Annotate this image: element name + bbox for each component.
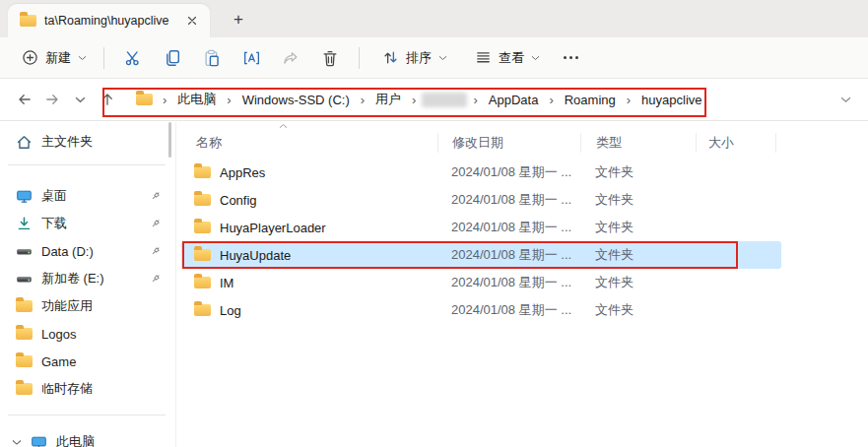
breadcrumb: › 此电脑 › Windows-SSD (C:) › 用户 › › AppDat… [136, 87, 707, 112]
breadcrumb-drive-c[interactable]: Windows-SSD (C:) [237, 89, 355, 111]
file-date: 2024/01/08 星期一 ... [437, 274, 580, 291]
file-name: IM [220, 276, 234, 290]
column-header-type[interactable]: 类型 [580, 133, 696, 153]
breadcrumb-separator: › [412, 93, 416, 107]
new-button[interactable]: 新建 [14, 44, 95, 72]
chevron-down-icon [531, 55, 540, 61]
copy-button[interactable] [156, 42, 189, 74]
table-row-config[interactable]: Config 2024/01/08 星期一 ... 文件夹 [181, 186, 781, 214]
arrow-left-icon [17, 92, 33, 107]
download-icon [16, 216, 33, 232]
folder-icon [194, 277, 211, 288]
table-row-im[interactable]: IM 2024/01/08 星期一 ... 文件夹 [181, 269, 781, 296]
file-date: 2024/01/08 星期一 ... [437, 246, 580, 264]
toolbar-divider [359, 47, 360, 69]
pin-icon[interactable] [150, 218, 162, 229]
column-header-name[interactable]: 名称 [176, 133, 437, 153]
recent-locations-button[interactable] [67, 87, 93, 112]
sidebar-item-label: Game [41, 354, 76, 369]
new-tab-button[interactable]: + [226, 7, 251, 32]
pin-icon[interactable] [150, 245, 162, 257]
cut-button[interactable] [116, 42, 150, 74]
sidebar-item-label: 下载 [41, 215, 67, 232]
breadcrumb-separator: › [163, 93, 167, 107]
sidebar-item-drive-e[interactable]: 新加卷 (E:) [6, 265, 169, 292]
breadcrumb-this-pc[interactable]: 此电脑 [172, 87, 221, 112]
pin-icon[interactable] [150, 190, 162, 202]
sidebar-item-gongnengyingyong[interactable]: 功能应用 [6, 292, 169, 320]
sort-ascending-icon [279, 123, 288, 129]
sidebar-item-desktop[interactable]: 桌面 [6, 182, 169, 210]
folder-icon [194, 222, 211, 233]
sidebar-scrollbar[interactable] [168, 122, 171, 158]
tab-title: ta\Roaming\huyapclive [44, 14, 182, 28]
more-options-button[interactable] [554, 56, 588, 59]
rename-button[interactable] [234, 42, 268, 74]
view-button-label: 查看 [499, 49, 524, 67]
sidebar-item-game[interactable]: Game [6, 348, 169, 375]
home-icon [16, 134, 33, 151]
sidebar-item-label: 此电脑 [56, 433, 95, 447]
column-header-label: 修改日期 [452, 134, 503, 152]
sidebar-item-downloads[interactable]: 下载 [6, 210, 169, 237]
file-type: 文件夹 [580, 274, 696, 291]
address-bar: › 此电脑 › Windows-SSD (C:) › 用户 › › AppDat… [0, 79, 868, 121]
sidebar-bottom-section: 此电脑 [0, 415, 175, 447]
up-button[interactable] [95, 87, 120, 112]
sidebar-item-logos[interactable]: Logos [6, 320, 169, 348]
forward-button[interactable] [39, 87, 65, 112]
address-dropdown-button[interactable] [833, 87, 858, 112]
pin-icon[interactable] [150, 273, 162, 285]
breadcrumb-separator: › [227, 93, 231, 107]
breadcrumb-huyapclive[interactable]: huyapclive [636, 89, 706, 111]
table-row-appres[interactable]: AppRes 2024/01/08 星期一 ... 文件夹 [181, 159, 781, 186]
breadcrumb-roaming[interactable]: Roaming [560, 89, 621, 111]
file-type: 文件夹 [580, 191, 696, 209]
sidebar-divider [8, 164, 166, 165]
column-header-size[interactable]: 大小 [696, 133, 776, 153]
folder-icon [16, 328, 33, 340]
column-header-date-modified[interactable]: 修改日期 [437, 133, 580, 153]
table-row-huyaplayerloader[interactable]: HuyaPlayerLoader 2024/01/08 星期一 ... 文件夹 [181, 214, 781, 241]
tab-bar: ta\Roaming\huyapclive + [0, 0, 868, 37]
file-type: 文件夹 [580, 246, 696, 264]
ellipsis-icon [564, 56, 567, 59]
file-name: Config [220, 193, 257, 208]
scissors-icon [124, 49, 142, 67]
explorer-tab[interactable]: ta\Roaming\huyapclive [8, 4, 210, 37]
share-arrow-icon [282, 49, 300, 67]
view-button[interactable]: 查看 [467, 43, 548, 73]
tab-close-icon[interactable] [182, 11, 202, 31]
copy-pages-icon [164, 49, 181, 67]
table-row-huyaupdate-selected[interactable]: HuyaUpdate 2024/01/08 星期一 ... 文件夹 [181, 241, 781, 269]
sidebar-item-label: Logos [41, 327, 76, 342]
file-type: 文件夹 [580, 219, 696, 236]
chevron-down-icon [75, 96, 86, 103]
sidebar-item-linshicunchu[interactable]: 临时存储 [6, 375, 169, 403]
sort-button[interactable]: 排序 [374, 43, 455, 73]
sidebar-item-label: 功能应用 [41, 297, 93, 315]
sidebar-item-drive-d[interactable]: Data (D:) [6, 237, 169, 265]
sidebar-item-this-pc[interactable]: 此电脑 [6, 428, 169, 447]
paste-button[interactable] [195, 42, 229, 74]
column-header-label: 名称 [196, 134, 222, 152]
breadcrumb-separator: › [549, 93, 553, 107]
sidebar-item-label: 新加卷 (E:) [41, 270, 104, 287]
folder-icon [194, 166, 211, 178]
delete-button[interactable] [313, 42, 347, 74]
file-date: 2024/01/08 星期一 ... [437, 191, 580, 209]
file-name: Log [220, 303, 241, 318]
sidebar-item-home[interactable]: 主文件夹 [6, 128, 169, 156]
clipboard-icon [203, 49, 221, 67]
back-button[interactable] [12, 87, 37, 112]
table-row-log[interactable]: Log 2024/01/08 星期一 ... 文件夹 [181, 296, 781, 324]
breadcrumb-users[interactable]: 用户 [370, 87, 406, 112]
plus-circle-icon [22, 49, 38, 66]
folder-icon [194, 194, 211, 206]
share-button[interactable] [274, 42, 307, 74]
chevron-down-icon [12, 439, 22, 446]
rename-icon [242, 49, 261, 67]
breadcrumb-appdata[interactable]: AppData [484, 89, 544, 111]
breadcrumb-username-redacted[interactable] [422, 93, 467, 107]
folder-icon [136, 94, 153, 105]
